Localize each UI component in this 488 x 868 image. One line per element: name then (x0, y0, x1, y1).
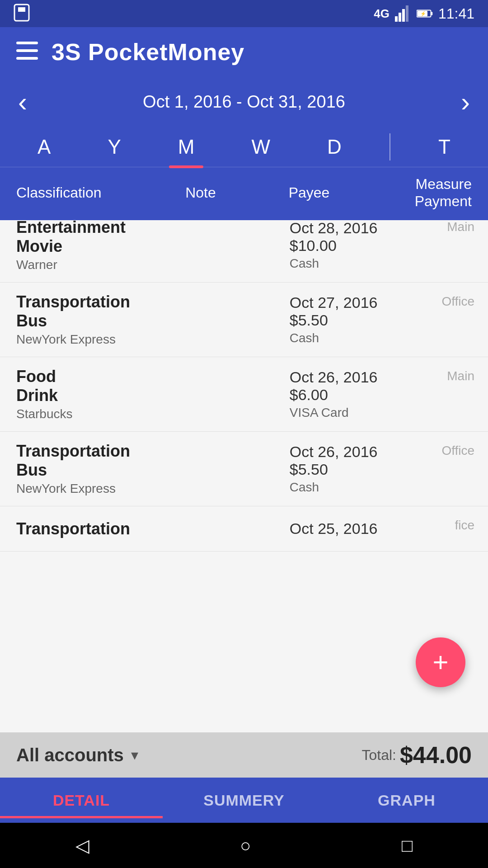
transaction-account: Main (447, 369, 474, 383)
prev-period-button[interactable]: ‹ (14, 82, 32, 122)
svg-text:⚡: ⚡ (420, 11, 426, 17)
add-transaction-button[interactable]: + (416, 637, 465, 687)
tab-year[interactable]: Y (99, 131, 130, 163)
app-title: 3S PocketMoney (52, 38, 244, 66)
tab-day[interactable]: D (318, 131, 351, 163)
home-button[interactable]: ○ (240, 835, 251, 856)
tab-detail[interactable]: DETAIL (0, 783, 163, 818)
tab-all[interactable]: A (28, 131, 60, 163)
bottom-status-bar: All accounts ▾ Total: $44.00 (0, 732, 488, 778)
app-header: 3S PocketMoney (0, 27, 488, 77)
transaction-category: Transportation (16, 442, 290, 461)
table-row[interactable]: Transportation Bus NewYork Express Oct 2… (0, 432, 488, 506)
transaction-date: Oct 28, 2016 (290, 219, 378, 237)
status-time: 11:41 (438, 5, 474, 22)
tab-graph-label: GRAPH (378, 792, 436, 809)
col-header-measure-payment: MeasurePayment (363, 175, 472, 210)
bottom-navigation: DETAIL SUMMERY GRAPH (0, 778, 488, 823)
transaction-list: Entertainment Movie Warner Oct 28, 2016 … (0, 208, 488, 732)
system-navigation: ◁ ○ □ (0, 823, 488, 868)
svg-rect-12 (16, 57, 38, 60)
transaction-left-col: Transportation Bus NewYork Express (16, 292, 290, 347)
tab-month[interactable]: M (169, 131, 204, 163)
transaction-payment: Cash (290, 256, 319, 271)
table-row[interactable]: Transportation Oct 25, 2016 fice (0, 506, 488, 552)
transaction-date: Oct 26, 2016 (290, 443, 378, 461)
transaction-date: Oct 26, 2016 (290, 368, 378, 386)
transaction-payee: NewYork Express (16, 481, 290, 496)
table-row[interactable]: Food Drink Starbucks Oct 26, 2016 $6.00 … (0, 357, 488, 432)
svg-rect-0 (14, 5, 29, 21)
col-header-classification: Classification (16, 184, 146, 201)
transaction-payment: Cash (290, 331, 319, 345)
transaction-amount: $5.50 (290, 461, 328, 478)
transaction-category: Transportation (16, 519, 290, 538)
tab-total[interactable]: T (429, 131, 460, 163)
transaction-note: Bus (16, 311, 290, 330)
tab-detail-label: DETAIL (53, 792, 110, 809)
svg-rect-4 (402, 9, 405, 22)
date-range-label: Oct 1, 2016 - Oct 31, 2016 (143, 92, 345, 112)
svg-rect-11 (16, 49, 38, 52)
tab-week[interactable]: W (243, 131, 280, 163)
transaction-account: Office (441, 443, 474, 458)
network-indicator: 4G (374, 7, 389, 21)
transaction-category: Entertainment (16, 218, 290, 237)
transaction-account: fice (455, 518, 474, 533)
next-period-button[interactable]: › (456, 82, 474, 122)
transaction-note: Movie (16, 237, 290, 256)
transaction-payee: Warner (16, 258, 290, 272)
status-sim-icon (14, 4, 30, 24)
tab-graph[interactable]: GRAPH (325, 783, 488, 818)
period-tabs: A Y M W D T (0, 127, 488, 167)
transaction-amount: $5.50 (290, 311, 328, 329)
transaction-amount: $6.00 (290, 386, 328, 404)
transaction-payment: Cash (290, 480, 319, 495)
total-amount: $44.00 (400, 741, 472, 769)
transaction-account: Office (441, 294, 474, 309)
svg-rect-2 (395, 16, 398, 22)
transaction-amount: $10.00 (290, 237, 337, 255)
status-icons: 4G ⚡ 11:41 (374, 5, 474, 22)
transaction-category: Transportation (16, 292, 290, 311)
transaction-payee: Starbucks (16, 407, 290, 421)
signal-icon (395, 5, 411, 22)
date-navigation: ‹ Oct 1, 2016 - Oct 31, 2016 › (0, 77, 488, 127)
svg-rect-5 (406, 5, 408, 22)
period-divider (389, 133, 390, 160)
transaction-payee: NewYork Express (16, 332, 290, 347)
table-row[interactable]: Transportation Bus NewYork Express Oct 2… (0, 283, 488, 357)
transaction-date: Oct 27, 2016 (290, 294, 378, 311)
transaction-right-col: Oct 28, 2016 $10.00 Cash (290, 218, 472, 272)
transaction-left-col: Food Drink Starbucks (16, 367, 290, 421)
transaction-left-col: Entertainment Movie Warner (16, 218, 290, 272)
status-bar: 4G ⚡ 11:41 (0, 0, 488, 27)
total-label: Total: (361, 747, 396, 764)
col-header-payee: Payee (255, 184, 363, 201)
transaction-left-col: Transportation Bus NewYork Express (16, 442, 290, 496)
tab-summery-label: SUMMERY (203, 792, 285, 809)
accounts-selector[interactable]: All accounts ▾ (16, 745, 138, 765)
transaction-payment: VISA Card (290, 406, 349, 420)
svg-rect-7 (431, 12, 432, 15)
recent-apps-button[interactable]: □ (402, 835, 413, 856)
total-section: Total: $44.00 (361, 741, 472, 769)
plus-icon: + (432, 649, 448, 676)
hamburger-menu-icon[interactable] (16, 42, 38, 63)
tab-summery[interactable]: SUMMERY (163, 783, 325, 818)
transaction-note: Drink (16, 386, 290, 405)
accounts-dropdown-icon: ▾ (131, 746, 138, 764)
transaction-category: Food (16, 367, 290, 386)
svg-rect-3 (399, 13, 401, 22)
back-button[interactable]: ◁ (75, 835, 89, 856)
table-row[interactable]: Entertainment Movie Warner Oct 28, 2016 … (0, 208, 488, 283)
transaction-right-col: Oct 26, 2016 $6.00 VISA Card (290, 367, 472, 421)
svg-rect-1 (18, 7, 25, 12)
svg-rect-10 (16, 42, 38, 44)
transaction-account: Main (447, 220, 474, 234)
transaction-left-col: Transportation (16, 516, 290, 541)
transaction-note: Bus (16, 461, 290, 480)
accounts-label: All accounts (16, 745, 124, 765)
battery-icon: ⚡ (417, 5, 433, 22)
col-header-note: Note (146, 184, 255, 201)
